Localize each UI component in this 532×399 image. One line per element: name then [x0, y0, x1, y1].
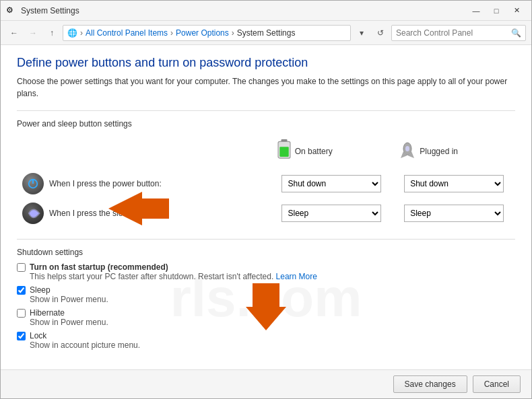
sleep-checkbox[interactable]	[17, 286, 26, 295]
rocket-svg-icon	[398, 142, 417, 161]
up-button[interactable]: ↑	[44, 25, 60, 41]
path-part3: System Settings	[237, 28, 296, 38]
sleep-item: Sleep Show in Power menu.	[17, 285, 515, 304]
sleep-plugged-cell: Do nothing Sleep Hibernate Shut down Tur…	[393, 198, 515, 228]
maximize-button[interactable]: □	[487, 4, 506, 17]
close-button[interactable]: ✕	[507, 4, 526, 17]
sleep-battery-cell: Do nothing Sleep Hibernate Shut down Tur…	[271, 198, 393, 228]
search-input[interactable]	[396, 28, 508, 38]
sleep-battery-dropdown[interactable]: Do nothing Sleep Hibernate Shut down Tur…	[281, 205, 381, 222]
power-battery-dropdown[interactable]: Do nothing Sleep Hibernate Shut down Tur…	[281, 175, 381, 192]
power-plugged-dropdown[interactable]: Do nothing Sleep Hibernate Shut down Tur…	[404, 175, 504, 192]
sleep-button-label: When I press the sleep button:	[49, 209, 159, 218]
page-description: Choose the power settings that you want …	[17, 75, 515, 100]
divider-middle	[17, 239, 515, 240]
forward-button[interactable]: →	[25, 25, 41, 41]
window-icon: ⚙	[6, 5, 17, 16]
sleep-icon	[22, 203, 44, 224]
fast-startup-item: Turn on fast startup (recommended) This …	[17, 262, 515, 281]
plugged-header: Plugged in	[393, 137, 515, 169]
search-icon: 🔍	[511, 28, 521, 38]
lock-item: Lock Show in account picture menu.	[17, 331, 515, 350]
hibernate-label[interactable]: Hibernate	[17, 308, 515, 318]
sleep-desc: Show in Power menu.	[30, 295, 515, 304]
back-button[interactable]: ←	[6, 25, 22, 41]
window-title: System Settings	[21, 6, 467, 15]
path-part1: All Control Panel Items	[86, 28, 168, 38]
power-svg	[27, 178, 39, 190]
shutdown-section: Shutdown settings Turn on fast startup (…	[17, 248, 515, 350]
sleep-svg	[22, 203, 44, 224]
page-title: Define power buttons and turn on passwor…	[17, 56, 515, 70]
main-window: ⚙ System Settings — □ ✕ ← → ↑ 🌐 › All Co…	[0, 0, 532, 399]
power-plugged-cell: Do nothing Sleep Hibernate Shut down Tur…	[393, 169, 515, 198]
lock-desc: Show in account picture menu.	[30, 340, 515, 350]
fast-startup-checkbox[interactable]	[17, 263, 26, 272]
power-sleep-section: Power and sleep button settings	[17, 119, 515, 228]
svg-point-6	[405, 146, 409, 151]
address-bar: ← → ↑ 🌐 › All Control Panel Items › Powe…	[1, 21, 531, 45]
power-battery-cell: Do nothing Sleep Hibernate Shut down Tur…	[271, 169, 393, 198]
main-content: rls.com Define power buttons and turn on…	[1, 45, 531, 369]
save-button[interactable]: Save changes	[393, 375, 467, 393]
bottom-bar: Save changes Cancel	[1, 369, 531, 398]
divider-top	[17, 110, 515, 111]
fast-startup-desc: This helps start your PC faster after sh…	[30, 272, 515, 281]
shutdown-title: Shutdown settings	[17, 248, 515, 257]
power-button-row: When I press the power button: Do nothin…	[17, 169, 515, 198]
battery-label: On battery	[295, 147, 333, 156]
refresh-button[interactable]: ↺	[372, 25, 389, 41]
hibernate-item: Hibernate Show in Power menu.	[17, 308, 515, 327]
search-box: 🔍	[391, 25, 526, 41]
hibernate-checkbox[interactable]	[17, 309, 26, 318]
svg-rect-2	[279, 147, 289, 157]
fast-startup-label[interactable]: Turn on fast startup (recommended)	[17, 262, 515, 272]
learn-more-link[interactable]: Learn More	[276, 272, 317, 281]
minimize-button[interactable]: —	[467, 4, 486, 17]
dropdown-button[interactable]: ▾	[354, 25, 370, 41]
lock-checkbox[interactable]	[17, 332, 26, 340]
power-button-label: When I press the power button:	[49, 179, 162, 188]
sleep-button-row: When I press the sleep button: Do nothin…	[17, 198, 515, 228]
power-button-label-cell: When I press the power button:	[22, 173, 265, 194]
battery-svg-icon	[276, 139, 292, 164]
sleep-button-label-cell: When I press the sleep button:	[22, 203, 265, 224]
window-controls: — □ ✕	[467, 4, 526, 17]
lock-label[interactable]: Lock	[17, 331, 515, 340]
address-path[interactable]: 🌐 › All Control Panel Items › Power Opti…	[63, 25, 351, 41]
plugged-label: Plugged in	[420, 147, 458, 156]
cancel-button[interactable]: Cancel	[473, 375, 521, 393]
sleep-plugged-dropdown[interactable]: Do nothing Sleep Hibernate Shut down Tur…	[404, 205, 504, 222]
power-icon	[22, 173, 44, 194]
power-sleep-title: Power and sleep button settings	[17, 119, 515, 129]
path-part2: Power Options	[176, 28, 229, 38]
title-bar: ⚙ System Settings — □ ✕	[1, 1, 531, 21]
sleep-shutdown-label[interactable]: Sleep	[17, 285, 515, 295]
hibernate-desc: Show in Power menu.	[30, 318, 515, 327]
battery-header: On battery	[271, 137, 393, 169]
settings-table: On battery	[17, 137, 515, 228]
